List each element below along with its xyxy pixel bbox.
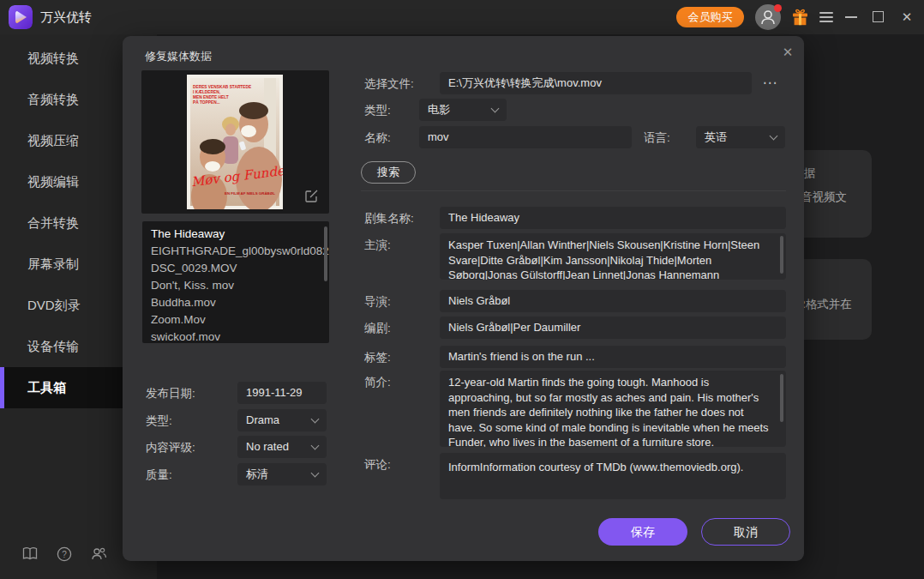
chevron-down-icon: [311, 415, 320, 424]
quality-select[interactable]: 标清: [237, 463, 327, 486]
result-item[interactable]: swickoof.mov: [151, 329, 321, 343]
chevron-down-icon: [491, 105, 500, 113]
cast-textarea[interactable]: Kasper Tuxen|Allan Winther|Niels Skousen…: [440, 233, 786, 280]
membership-buy-button[interactable]: 会员购买: [676, 7, 744, 27]
dialog-title: 修复媒体数据: [145, 49, 212, 64]
language-label: 语言:: [644, 130, 670, 146]
name-input[interactable]: mov: [419, 126, 632, 148]
chevron-down-icon: [311, 469, 320, 478]
media-type-select[interactable]: 电影: [419, 99, 507, 121]
svg-text:DERES VENSKAB STARTEDE: DERES VENSKAB STARTEDE: [193, 85, 252, 89]
divider: [361, 190, 786, 191]
chevron-down-icon: [311, 442, 320, 450]
search-button[interactable]: 搜索: [361, 161, 416, 184]
file-path-input[interactable]: E:\万兴优转\转换完成\mov.mov: [440, 72, 752, 94]
release-date-label: 发布日期:: [146, 386, 195, 401]
result-item[interactable]: DSC_0029.MOV: [151, 260, 321, 277]
svg-text:MEN ENDTE HELT: MEN ENDTE HELT: [193, 95, 229, 100]
genre-select[interactable]: Drama: [237, 409, 327, 431]
series-name-input[interactable]: The Hideaway: [440, 207, 786, 229]
writer-label: 编剧:: [364, 321, 391, 336]
list-scrollbar[interactable]: [324, 226, 327, 281]
result-item[interactable]: The Hideaway: [151, 226, 321, 243]
search-results-list: The Hideaway EIGHTHGRADE_gl00bysw0rld082…: [142, 221, 329, 343]
cast-label: 主演:: [364, 238, 391, 253]
gift-icon[interactable]: [792, 9, 808, 26]
tag-label: 标签:: [364, 350, 391, 365]
toolbox-card-text: R格式并在: [797, 297, 852, 312]
comment-label: 评论:: [364, 457, 391, 473]
content-rating-select[interactable]: No rated: [237, 436, 327, 458]
summary-textarea[interactable]: 12-year-old Martin finds the going tough…: [440, 371, 786, 447]
tag-input[interactable]: Martin's friend is on the run ...: [440, 346, 786, 368]
cast-scrollbar[interactable]: [780, 236, 783, 274]
summary-label: 简介:: [364, 375, 391, 390]
content-rating-label: 内容评级:: [146, 440, 195, 455]
edit-poster-icon[interactable]: [304, 189, 319, 203]
toolbox-card-text: 音视频文: [801, 190, 847, 205]
notification-dot: [774, 4, 782, 12]
language-select[interactable]: 英语: [696, 126, 785, 148]
svg-text:PÅ TOPPEN...: PÅ TOPPEN...: [193, 100, 220, 105]
result-item[interactable]: Don't, Kiss. mov: [151, 277, 321, 294]
fix-media-data-dialog: 修复媒体数据 ✕: [123, 36, 804, 561]
director-input[interactable]: Niels Gråbøl: [440, 290, 786, 312]
svg-text:I KÆLDEREN,: I KÆLDEREN,: [193, 90, 221, 94]
maximize-button[interactable]: [873, 11, 884, 22]
help-icon[interactable]: ?: [57, 546, 72, 562]
minimize-button[interactable]: [845, 16, 857, 18]
save-button[interactable]: 保存: [598, 518, 687, 546]
release-date-input[interactable]: 1991-11-29: [237, 382, 327, 404]
genre-label: 类型:: [146, 413, 172, 429]
app-window: 据 音视频文 R格式并在 万兴优转 会员购买: [0, 0, 924, 579]
result-item[interactable]: Buddha.mov: [151, 294, 321, 311]
app-logo-icon: [9, 5, 33, 29]
cancel-button[interactable]: 取消: [701, 518, 790, 546]
app-title: 万兴优转: [40, 9, 92, 26]
select-file-label: 选择文件:: [364, 76, 414, 92]
toolbox-card-text: 据: [804, 166, 816, 181]
book-icon[interactable]: [22, 546, 38, 561]
browse-ellipsis-icon[interactable]: ⋯: [759, 72, 781, 94]
media-type-label: 类型:: [364, 103, 391, 118]
summary-scrollbar[interactable]: [780, 374, 783, 422]
result-item[interactable]: EIGHTHGRADE_gl00bysw0rld082: [151, 243, 321, 260]
series-name-label: 剧集名称:: [364, 211, 414, 226]
result-item[interactable]: Zoom.Mov: [151, 311, 321, 329]
chevron-down-icon: [770, 132, 778, 141]
window-close-button[interactable]: ✕: [900, 10, 914, 24]
comment-textarea[interactable]: InformInformation courtesy of TMDb (www.…: [440, 453, 786, 499]
director-label: 导演:: [364, 294, 391, 310]
svg-text:?: ?: [62, 550, 67, 559]
poster-container: DERES VENSKAB STARTEDE I KÆLDEREN, MEN E…: [141, 70, 329, 214]
quality-label: 质量:: [146, 467, 172, 483]
svg-text:EN FILM AF NIELS GRÅBØL: EN FILM AF NIELS GRÅBØL: [225, 191, 275, 196]
name-label: 名称:: [364, 130, 391, 146]
menu-icon[interactable]: [819, 12, 833, 22]
dialog-close-icon[interactable]: ✕: [779, 44, 796, 61]
title-bar: 万兴优转 会员购买 ✕: [0, 0, 924, 34]
movie-poster: DERES VENSKAB STARTEDE I KÆLDEREN, MEN E…: [187, 75, 283, 209]
users-icon[interactable]: [91, 546, 107, 561]
writer-input[interactable]: Niels Gråbøl|Per Daumiller: [440, 317, 786, 339]
